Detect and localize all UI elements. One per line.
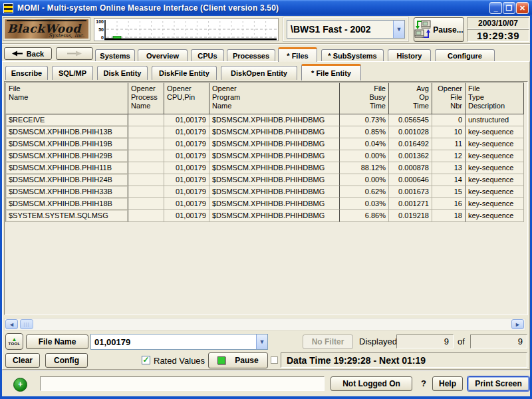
cell-program[interactable]: $DSMSCM.XPHIHDB.PHIHDBMG <box>209 210 340 222</box>
cell-type[interactable]: key-sequence <box>466 186 524 198</box>
cell-type[interactable]: key-sequence <box>466 174 524 186</box>
cell-program[interactable]: $DSMSCM.XPHIHDB.PHIHDBMG <box>209 186 340 198</box>
cell-avg-op[interactable]: 0.000878 <box>389 162 432 174</box>
chevron-down-icon[interactable]: ▼ <box>256 334 267 349</box>
subtab-sql-mp[interactable]: SQL/MP <box>52 66 93 80</box>
table-row[interactable]: $DSMSCM.XPHIHDB.PHIH33B01,00179$DSMSCM.X… <box>5 186 524 198</box>
cell-file-nbr[interactable]: 11 <box>432 138 466 150</box>
pause-connection-button[interactable]: Pause... <box>414 17 464 42</box>
cell-type[interactable]: unstructured <box>466 114 524 126</box>
print-screen-button[interactable]: Print Screen <box>467 376 529 391</box>
cell-busy[interactable]: 0.85% <box>340 126 389 138</box>
cell-busy[interactable]: 0.00% <box>340 174 389 186</box>
tab-subsystems[interactable]: * SubSystems <box>321 49 384 62</box>
cell-process[interactable] <box>128 138 164 150</box>
cell-program[interactable]: $DSMSCM.XPHIHDB.PHIHDBMG <box>209 198 340 210</box>
table-row[interactable]: $DSMSCM.XPHIHDB.PHIH19B01,00179$DSMSCM.X… <box>5 138 524 150</box>
cell-avg-op[interactable]: 0.001271 <box>389 198 432 210</box>
column-header-opener-program-name[interactable]: OpenerProgramName <box>209 82 340 114</box>
column-header-opener-cpu-pin[interactable]: OpenerCPU,Pin <box>164 82 209 114</box>
cell-file-nbr[interactable]: 15 <box>432 186 466 198</box>
cell-file[interactable]: $DSMSCM.XPHIHDB.PHIH29B <box>5 150 128 162</box>
horizontal-scrollbar[interactable]: ◄ ||| ► <box>4 318 525 331</box>
table-row[interactable]: $DSMSCM.XPHIHDB.PHIH18B01,00179$DSMSCM.X… <box>5 198 524 210</box>
tool-button[interactable]: ▲ TOOL <box>5 333 23 350</box>
cell-file[interactable]: $DSMSCM.XPHIHDB.PHIH13B <box>5 126 128 138</box>
cell-file[interactable]: $DSMSCM.XPHIHDB.PHIH19B <box>5 138 128 150</box>
table-row[interactable]: $DSMSCM.XPHIHDB.PHIH29B01,00179$DSMSCM.X… <box>5 150 524 162</box>
cell-file-nbr[interactable]: 0 <box>432 114 466 126</box>
cell-file[interactable]: $DSMSCM.XPHIHDB.PHIH18B <box>5 198 128 210</box>
cell-program[interactable]: $DSMSCM.XPHIHDB.PHIHDBMG <box>209 126 340 138</box>
cell-cpu-pin[interactable]: 01,00179 <box>164 150 209 162</box>
cell-busy[interactable]: 0.03% <box>340 198 389 210</box>
tab-files[interactable]: * Files <box>278 47 317 62</box>
cell-process[interactable] <box>128 174 164 186</box>
cell-file-nbr[interactable]: 10 <box>432 126 466 138</box>
pause-refresh-button[interactable]: Pause <box>208 352 268 368</box>
column-header-avg-op-time[interactable]: AvgOpTime <box>389 82 432 114</box>
cell-avg-op[interactable]: 0.001673 <box>389 186 432 198</box>
column-header-opener-file-nbr[interactable]: OpenerFileNbr <box>432 82 466 114</box>
cell-program[interactable]: $DSMSCM.XPHIHDB.PHIHDBMG <box>209 150 340 162</box>
cell-program[interactable]: $DSMSCM.XPHIHDB.PHIHDBMG <box>209 138 340 150</box>
table-row[interactable]: $DSMSCM.XPHIHDB.PHIH13B01,00179$DSMSCM.X… <box>5 126 524 138</box>
cell-avg-op[interactable]: 0.056545 <box>389 114 432 126</box>
tab-overview[interactable]: Overview <box>138 49 188 62</box>
column-header-file-name[interactable]: FileName <box>5 82 128 114</box>
title-bar[interactable]: MOMI - Multi-system Online Measure Inter… <box>0 0 532 16</box>
table-row[interactable]: $DSMSCM.XPHIHDB.PHIH24B01,00179$DSMSCM.X… <box>5 174 524 186</box>
cell-cpu-pin[interactable]: 01,00179 <box>164 162 209 174</box>
cell-program[interactable]: $DSMSCM.XPHIHDB.PHIHDBMG <box>209 114 340 126</box>
cell-busy[interactable]: 0.00% <box>340 150 389 162</box>
cell-file[interactable]: $DSMSCM.XPHIHDB.PHIH11B <box>5 162 128 174</box>
scroll-right-icon[interactable]: ► <box>511 319 524 329</box>
cell-avg-op[interactable]: 0.019218 <box>389 210 432 222</box>
cell-process[interactable] <box>128 210 164 222</box>
cell-type[interactable]: key-sequence <box>466 162 524 174</box>
rated-values-checkbox[interactable]: ✓ <box>142 356 150 364</box>
cell-busy[interactable]: 0.73% <box>340 114 389 126</box>
cell-type[interactable]: key-sequence <box>466 150 524 162</box>
cell-cpu-pin[interactable]: 01,00179 <box>164 126 209 138</box>
subtab-diskopen-entity[interactable]: DiskOpen Entity <box>221 66 297 80</box>
cell-process[interactable] <box>128 114 164 126</box>
cell-busy[interactable]: 0.62% <box>340 186 389 198</box>
cell-busy[interactable]: 88.12% <box>340 162 389 174</box>
close-button[interactable]: ✕ <box>516 2 529 14</box>
not-logged-on-button[interactable]: Not Logged On <box>331 376 412 391</box>
subtab-enscribe[interactable]: Enscribe <box>5 66 48 80</box>
table-row[interactable]: $SYSTEM.SYSTEM.SQLMSG01,00179$DSMSCM.XPH… <box>5 210 524 222</box>
subtab-disk-entity[interactable]: Disk Entity <box>97 66 148 80</box>
question-mark-label[interactable]: ? <box>421 378 426 388</box>
scrollbar-thumb[interactable]: ||| <box>20 319 33 329</box>
cell-file-nbr[interactable]: 12 <box>432 150 466 162</box>
cell-file[interactable]: $DSMSCM.XPHIHDB.PHIH33B <box>5 186 128 198</box>
cell-file[interactable]: $DSMSCM.XPHIHDB.PHIH24B <box>5 174 128 186</box>
restore-button[interactable]: ❐ <box>503 2 515 14</box>
process-filter-selector[interactable]: 01,00179 ▼ <box>90 334 268 350</box>
cell-cpu-pin[interactable]: 01,00179 <box>164 138 209 150</box>
cell-busy[interactable]: 6.86% <box>340 210 389 222</box>
table-row[interactable]: $DSMSCM.XPHIHDB.PHIH11B01,00179$DSMSCM.X… <box>5 162 524 174</box>
cell-process[interactable] <box>128 150 164 162</box>
cell-type[interactable]: key-sequence <box>466 126 524 138</box>
cell-avg-op[interactable]: 0.016492 <box>389 138 432 150</box>
cell-file-nbr[interactable]: 13 <box>432 162 466 174</box>
chevron-down-icon[interactable]: ▼ <box>393 21 404 38</box>
cell-busy[interactable]: 0.04% <box>340 138 389 150</box>
cell-cpu-pin[interactable]: 01,00179 <box>164 114 209 126</box>
help-button[interactable]: Help <box>432 376 463 391</box>
cell-avg-op[interactable]: 0.001028 <box>389 126 432 138</box>
data-time-checkbox[interactable] <box>271 356 278 364</box>
cell-avg-op[interactable]: 0.001362 <box>389 150 432 162</box>
cell-avg-op[interactable]: 0.000646 <box>389 174 432 186</box>
cell-file[interactable]: $SYSTEM.SYSTEM.SQLMSG <box>5 210 128 222</box>
system-selector[interactable]: \BWS1 Fast - 2002 ▼ <box>287 20 405 39</box>
clear-button[interactable]: Clear <box>5 353 40 368</box>
cell-cpu-pin[interactable]: 01,00179 <box>164 210 209 222</box>
subtab-file-entity[interactable]: * File Entity <box>301 64 361 80</box>
cell-process[interactable] <box>128 198 164 210</box>
table-row[interactable]: $RECEIVE01,00179$DSMSCM.XPHIHDB.PHIHDBMG… <box>5 114 524 126</box>
cell-process[interactable] <box>128 126 164 138</box>
